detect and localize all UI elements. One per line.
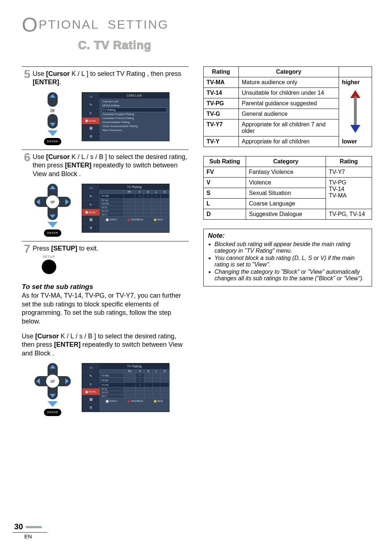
tv-rating-grid: FV V S L D TV-MA TV-14 TV-PG TV-G [99, 190, 169, 217]
chapter-letter: O [22, 15, 39, 35]
page-number: 30 [13, 522, 47, 533]
chapter-title: OPTIONAL SETTING [22, 15, 372, 35]
remote-dpad-updown: or ENTER [33, 92, 73, 145]
section-title: C. TV Rating [78, 38, 372, 52]
step-number: 5 [22, 68, 33, 81]
remote-dpad-full: or ENTER [33, 184, 73, 237]
step-7-text: Press [SETUP] to exit. [33, 244, 189, 253]
setup-button-icon [42, 260, 56, 274]
step-6-text: Use [Cursor K / L / s / B ] to select th… [33, 153, 189, 178]
tv-menu-title: TV Rating [99, 363, 169, 369]
tv-menu-list: Cannel Lock MPAA Rating TV Rating Canadi… [99, 98, 169, 134]
page-footer: 30 EN [13, 522, 47, 540]
menu-icon: ▭ [82, 93, 99, 101]
note-box: Note: Blocked sub rating will appear bes… [203, 229, 372, 286]
sub-ratings-heading: To set the sub ratings [22, 283, 189, 291]
step-7: 7 Press [SETUP] to exit. SETUP To set th… [22, 241, 189, 420]
tv-menu-title: Child Lock [99, 93, 169, 98]
step-number: 6 [22, 151, 33, 164]
menu-icon: ✎ [82, 101, 99, 109]
sub-rating-table: Sub Rating Category Rating FV Fantasy Vi… [203, 156, 372, 220]
step-5: 5 Use [Cursor K / L ] to select TV Ratin… [22, 66, 189, 150]
menu-icon: ▦ [82, 124, 99, 133]
sub-ratings-text-2: Use [Cursor K / L / s / B ] to select th… [22, 332, 189, 358]
enter-button: ENTER [44, 138, 61, 145]
menu-icon: ≡ [82, 109, 99, 118]
down-arrow-icon [48, 222, 58, 228]
tv-menu-rating-grid: ▭ ✎ ≡ 📄 DETAIL ▦ ⚙ TV Rating [82, 184, 170, 233]
down-arrow-icon [48, 130, 58, 136]
step-number: 7 [22, 242, 33, 256]
setup-button-diagram: SETUP [36, 255, 62, 274]
detail-tab: 📄 DETAIL [82, 388, 99, 395]
menu-icon: ⚙ [82, 133, 99, 141]
enter-button: ENTER [44, 409, 61, 416]
enter-button: ENTER [44, 229, 61, 237]
tv-menu-childlock: ▭ ✎ ≡ 📄 DETAIL ▦ ⚙ Child Lock Cannel Loc… [82, 92, 170, 141]
step-5-text: Use [Cursor K / L ] to select TV Rating … [33, 70, 189, 87]
remote-dpad-full: or ENTER [33, 363, 73, 416]
detail-tab: 📄 DETAIL [82, 209, 99, 216]
sub-ratings-text-1: As for TV-MA, TV-14, TV-PG, or TV-Y7, yo… [22, 292, 189, 326]
rating-table: Rating Category TV-MA Mature audience on… [203, 66, 372, 147]
tv-menu-title: TV Rating [99, 184, 169, 190]
step-6: 6 Use [Cursor K / L / s / B ] to select … [22, 150, 189, 241]
down-arrow-icon [48, 401, 58, 407]
tv-rating-grid: FV V S L D TV-MA TV-14 TV-PG TV-G [99, 369, 169, 398]
tv-menu-rating-grid-2: ▭ ✎ ≡ 📄 DETAIL ▦ ⚙ TV Rating [82, 363, 170, 412]
page-lang: EN [24, 533, 32, 539]
detail-tab: 📄 DETAIL [82, 118, 99, 124]
higher-lower-arrow-icon [342, 90, 369, 133]
chapter-rest: PTIONAL SETTING [39, 17, 169, 31]
